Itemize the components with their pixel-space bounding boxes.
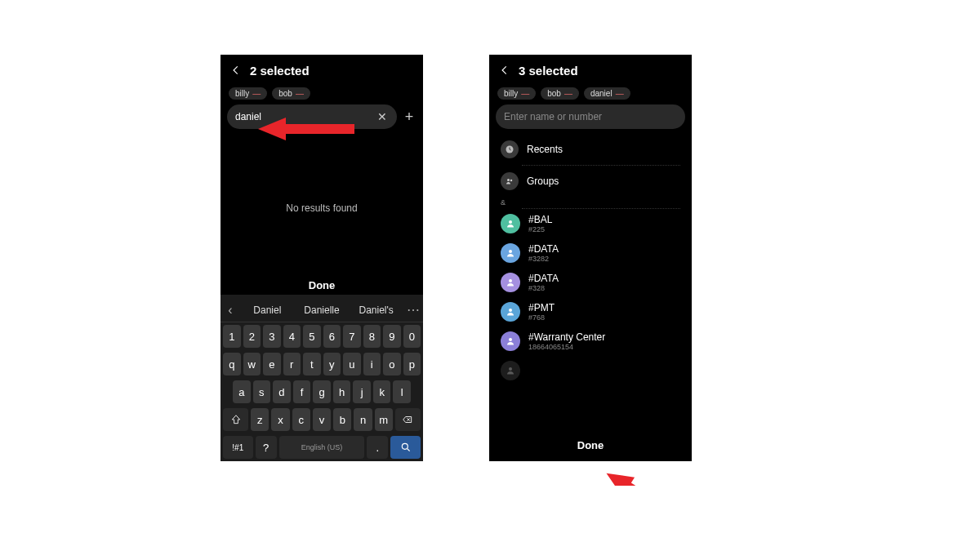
chip-daniel[interactable]: daniel— <box>584 87 630 100</box>
suggestion-1[interactable]: Daniel <box>240 304 295 316</box>
add-button[interactable]: + <box>402 109 416 126</box>
remove-icon[interactable]: — <box>616 90 624 98</box>
chip-billy[interactable]: billy— <box>229 87 267 100</box>
search-input[interactable] <box>504 111 677 122</box>
svg-point-9 <box>509 279 512 282</box>
avatar <box>501 214 520 233</box>
key-b[interactable]: b <box>333 408 351 431</box>
contact-sub: 18664065154 <box>528 343 605 351</box>
key-e[interactable]: e <box>263 353 281 375</box>
key-0[interactable]: 0 <box>403 325 421 348</box>
space-key[interactable]: English (US) <box>279 436 365 459</box>
search-row <box>489 104 692 134</box>
remove-icon[interactable]: — <box>564 90 572 98</box>
header: 3 selected <box>489 55 692 86</box>
shift-key[interactable] <box>223 408 248 431</box>
key-a[interactable]: a <box>233 380 251 403</box>
period-key[interactable]: . <box>367 436 388 459</box>
key-g[interactable]: g <box>313 380 331 403</box>
search-row: ✕ + <box>220 104 423 134</box>
key-p[interactable]: p <box>403 353 421 375</box>
key-o[interactable]: o <box>383 353 401 375</box>
contact-row[interactable]: #BAL#225 <box>489 209 692 238</box>
key-3[interactable]: 3 <box>263 325 281 348</box>
key-w[interactable]: w <box>243 353 261 375</box>
search-box[interactable] <box>496 104 685 129</box>
remove-icon[interactable]: — <box>252 90 261 98</box>
contact-name: #DATA <box>528 243 559 255</box>
search-input[interactable] <box>235 111 376 122</box>
remove-icon[interactable]: — <box>296 90 304 98</box>
svg-point-8 <box>509 250 512 253</box>
suggestion-bar: ‹ Daniel Danielle Daniel's ⋯ <box>220 298 423 322</box>
search-key[interactable] <box>390 436 421 459</box>
remove-icon[interactable]: — <box>521 90 529 98</box>
contact-sub: #768 <box>528 313 555 322</box>
contact-list: #BAL#225#DATA#3282#DATA#328#PMT#768#Warr… <box>489 209 692 356</box>
chip-bob[interactable]: bob— <box>541 87 579 100</box>
groups-icon <box>501 172 519 190</box>
key-2[interactable]: 2 <box>243 325 261 348</box>
key-9[interactable]: 9 <box>383 325 401 348</box>
key-c[interactable]: c <box>292 408 310 431</box>
svg-point-6 <box>510 180 513 182</box>
contact-row[interactable]: #DATA#328 <box>489 268 692 297</box>
key-4[interactable]: 4 <box>283 325 301 348</box>
recents-section[interactable]: Recents <box>489 134 692 165</box>
suggestion-3[interactable]: Daniel's <box>349 304 403 316</box>
groups-section[interactable]: Groups <box>489 166 692 197</box>
key-5[interactable]: 5 <box>303 325 321 348</box>
back-button[interactable] <box>497 63 512 78</box>
clock-icon <box>501 140 519 158</box>
contact-row-partial[interactable] <box>489 356 692 385</box>
contact-row[interactable]: #PMT#768 <box>489 297 692 327</box>
contact-name: #DATA <box>528 273 559 284</box>
key-x[interactable]: x <box>271 408 289 431</box>
key-t[interactable]: t <box>303 353 321 375</box>
key-s[interactable]: s <box>253 380 271 403</box>
suggestion-more[interactable]: ⋯ <box>403 302 423 318</box>
key-1[interactable]: 1 <box>223 325 241 348</box>
key-n[interactable]: n <box>354 408 372 431</box>
contact-sub: #328 <box>528 284 559 292</box>
key-v[interactable]: v <box>313 408 331 431</box>
question-key[interactable]: ? <box>256 436 277 459</box>
key-l[interactable]: l <box>393 380 411 403</box>
back-button[interactable] <box>229 63 243 78</box>
contact-row[interactable]: #Warranty Center18664065154 <box>489 327 692 356</box>
contact-sub: #3282 <box>528 255 559 263</box>
suggestion-2[interactable]: Danielle <box>295 304 350 316</box>
backspace-key[interactable] <box>395 408 421 431</box>
key-7[interactable]: 7 <box>343 325 361 348</box>
key-6[interactable]: 6 <box>323 325 341 348</box>
contact-name: #Warranty Center <box>528 331 605 343</box>
key-i[interactable]: i <box>363 353 381 375</box>
key-f[interactable]: f <box>293 380 311 403</box>
key-y[interactable]: y <box>323 353 341 375</box>
key-r[interactable]: r <box>283 353 301 375</box>
key-j[interactable]: j <box>353 380 371 403</box>
contact-name: #BAL <box>528 214 552 225</box>
done-button[interactable]: Done <box>489 429 692 461</box>
key-q[interactable]: q <box>223 353 241 375</box>
svg-marker-14 <box>605 464 680 486</box>
svg-point-10 <box>509 309 512 312</box>
search-box[interactable]: ✕ <box>227 104 397 129</box>
contact-row[interactable]: #DATA#3282 <box>489 238 692 268</box>
no-results-text: No results found <box>220 202 423 214</box>
svg-point-2 <box>402 443 408 449</box>
key-k[interactable]: k <box>373 380 391 403</box>
key-u[interactable]: u <box>343 353 361 375</box>
symbols-key[interactable]: !#1 <box>223 436 253 459</box>
key-d[interactable]: d <box>273 380 291 403</box>
chip-billy[interactable]: billy— <box>497 87 536 100</box>
suggestion-back[interactable]: ‹ <box>220 303 240 318</box>
key-z[interactable]: z <box>251 408 269 431</box>
clear-button[interactable]: ✕ <box>376 110 389 123</box>
key-8[interactable]: 8 <box>363 325 381 348</box>
chip-bob[interactable]: bob— <box>272 87 310 100</box>
key-m[interactable]: m <box>375 408 393 431</box>
key-h[interactable]: h <box>333 380 351 403</box>
keyboard: ‹ Daniel Danielle Daniel's ⋯ 1234567890 … <box>220 295 423 461</box>
search-icon <box>400 442 412 453</box>
